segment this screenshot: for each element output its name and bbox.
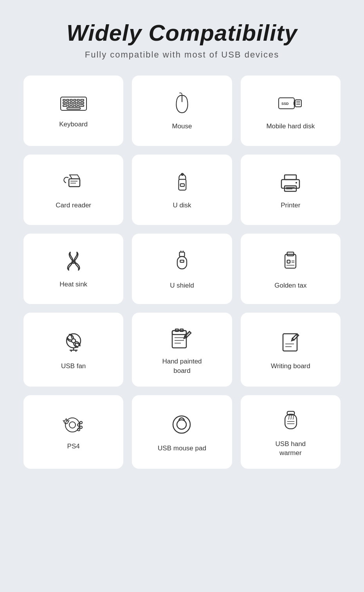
svg-rect-10 — [74, 102, 76, 104]
mobile-hard-disk-label: Mobile hard disk — [266, 122, 315, 131]
subtitle: Fully compatible with most of USB device… — [67, 50, 297, 60]
svg-point-76 — [173, 416, 190, 433]
svg-rect-11 — [77, 102, 79, 104]
svg-rect-8 — [67, 102, 69, 104]
card-keyboard: Keyboard — [23, 76, 123, 146]
u-disk-icon — [172, 171, 192, 194]
mouse-icon — [172, 92, 192, 115]
card-heat-sink: Heat sink — [23, 234, 123, 304]
writing-board-label: Writing board — [271, 362, 310, 371]
svg-rect-1 — [63, 99, 65, 101]
mouse-label: Mouse — [172, 122, 192, 131]
usb-mouse-pad-icon — [171, 412, 193, 437]
u-shield-label: U shield — [170, 281, 194, 290]
svg-rect-23 — [294, 102, 295, 105]
svg-rect-7 — [63, 102, 65, 104]
usb-hand-warmer-icon — [280, 408, 301, 433]
svg-text:SSD: SSD — [281, 102, 289, 106]
u-disk-label: U disk — [173, 201, 191, 210]
card-usb-mouse-pad: USB mouse pad — [132, 395, 232, 469]
svg-point-73 — [80, 421, 82, 424]
svg-rect-31 — [180, 184, 184, 187]
svg-rect-9 — [70, 102, 72, 104]
svg-rect-44 — [180, 260, 184, 262]
usb-mouse-pad-label: USB mouse pad — [158, 444, 206, 453]
svg-rect-57 — [172, 331, 186, 348]
ps4-icon — [61, 414, 86, 435]
svg-point-77 — [177, 420, 186, 429]
heat-sink-label: Heat sink — [59, 280, 87, 289]
printer-icon — [277, 171, 304, 194]
svg-rect-41 — [179, 252, 184, 256]
card-printer: Printer — [241, 155, 341, 225]
svg-rect-47 — [287, 260, 290, 263]
mobile-hard-disk-icon: SSD — [277, 92, 304, 115]
svg-rect-3 — [70, 99, 72, 101]
card-mobile-hard-disk: SSD Mobile hard disk — [241, 76, 341, 146]
keyboard-icon — [60, 94, 87, 113]
svg-point-70 — [69, 422, 76, 428]
heat-sink-icon — [62, 250, 85, 274]
usb-fan-label: USB fan — [61, 362, 86, 371]
device-grid: Keyboard Mouse SSD Mobile hard disk — [23, 76, 341, 469]
svg-rect-22 — [295, 100, 301, 107]
card-card-reader: Card reader — [23, 155, 123, 225]
hand-painted-board-icon — [169, 325, 195, 351]
svg-point-38 — [296, 182, 297, 184]
card-reader-label: Card reader — [56, 201, 91, 210]
u-shield-icon — [172, 249, 192, 275]
writing-board-icon — [280, 330, 301, 355]
svg-rect-17 — [79, 105, 84, 106]
keyboard-label: Keyboard — [59, 120, 88, 129]
svg-rect-4 — [74, 99, 76, 101]
svg-point-75 — [77, 428, 80, 431]
svg-rect-14 — [68, 105, 70, 106]
card-golden-tax: Golden tax — [241, 234, 341, 304]
svg-point-74 — [80, 426, 82, 428]
card-u-shield: U shield — [132, 234, 232, 304]
svg-rect-15 — [72, 105, 74, 106]
card-ps4: PS4 — [23, 395, 123, 469]
svg-point-52 — [72, 339, 76, 343]
printer-label: Printer — [281, 201, 300, 210]
svg-rect-34 — [285, 175, 296, 180]
hand-painted-board-label: Hand paintedboard — [162, 357, 202, 376]
card-usb-fan: USB fan — [23, 313, 123, 387]
svg-rect-13 — [63, 105, 67, 106]
usb-hand-warmer-label: USB handwarmer — [276, 439, 306, 458]
card-reader-icon — [62, 171, 85, 194]
svg-rect-18 — [67, 108, 80, 109]
svg-rect-27 — [69, 179, 80, 187]
main-title: Widely Compatibility — [67, 20, 297, 46]
svg-rect-6 — [81, 99, 84, 101]
golden-tax-label: Golden tax — [274, 281, 306, 290]
card-hand-painted-board: Hand paintedboard — [132, 313, 232, 387]
page-header: Widely Compatibility Fully compatible wi… — [67, 20, 297, 60]
card-writing-board: Writing board — [241, 313, 341, 387]
card-mouse: Mouse — [132, 76, 232, 146]
svg-rect-5 — [77, 99, 79, 101]
card-usb-hand-warmer: USB handwarmer — [241, 395, 341, 469]
ps4-label: PS4 — [67, 442, 80, 451]
usb-fan-icon — [62, 330, 85, 355]
svg-rect-58 — [172, 331, 186, 335]
svg-rect-30 — [178, 180, 186, 190]
golden-tax-icon — [281, 249, 300, 275]
svg-point-72 — [77, 424, 80, 426]
svg-rect-12 — [81, 102, 84, 104]
svg-rect-16 — [75, 105, 77, 106]
card-u-disk: U disk — [132, 155, 232, 225]
svg-rect-2 — [67, 99, 69, 101]
